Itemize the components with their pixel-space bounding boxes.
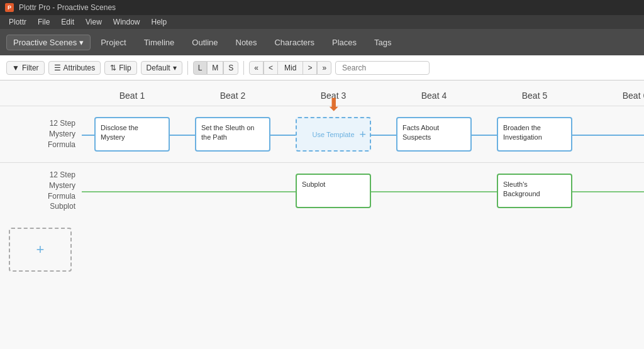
flip-label: Flip	[119, 64, 131, 72]
page-nav-buttons: « < Mid > »	[249, 61, 331, 75]
nav-tags[interactable]: Tags	[367, 35, 399, 50]
size-s-button[interactable]: S	[223, 61, 238, 75]
beats-row-2: Subplot Sleuth's Background	[82, 174, 644, 208]
search-input[interactable]	[335, 61, 430, 75]
top-nav: Proactive Scenes ▾ Project Timeline Outl…	[0, 29, 644, 55]
scene-card-template[interactable]: Use Template +	[296, 117, 371, 152]
nav-notes[interactable]: Notes	[228, 35, 265, 50]
beat-cell-1-2: Set the Sleuth on the Path	[182, 117, 283, 152]
nav-timeline[interactable]: Timeline	[136, 35, 182, 50]
main-canvas: Beat 1 Beat 2 Beat 3 Beat 4 Beat 5 Beat …	[0, 80, 644, 349]
attributes-icon: ☰	[54, 64, 61, 72]
beat-cell-1-5: Broaden the Investigation	[484, 117, 585, 152]
beat-cell-1-4: Facts About Suspects	[384, 117, 484, 152]
nav-mid-label: Mid	[278, 61, 303, 75]
menu-view[interactable]: View	[80, 16, 107, 28]
scene-row-2: 12 Step Mystery Formula Subplot Subplot …	[0, 162, 644, 219]
nav-last-button[interactable]: »	[317, 61, 331, 75]
scene-card-broaden[interactable]: Broaden the Investigation	[497, 117, 572, 152]
brand-chevron: ▾	[79, 38, 84, 47]
filter-button[interactable]: ▼ Filter	[6, 61, 45, 75]
title-bar-text: Plottr Pro - Proactive Scenes	[19, 3, 116, 12]
nav-first-button[interactable]: «	[249, 61, 264, 75]
menu-edit[interactable]: Edit	[56, 16, 79, 28]
menu-window[interactable]: Window	[108, 16, 145, 28]
brand-button[interactable]: Proactive Scenes ▾	[6, 35, 91, 50]
plus-icon-template: +	[359, 128, 366, 141]
scene-card-sleuth-background[interactable]: Sleuth's Background	[497, 174, 572, 208]
default-label: Default	[147, 64, 170, 72]
beat-cell-1-3: ⬇ Use Template +	[283, 117, 384, 152]
new-scene-row: +	[0, 219, 644, 280]
toolbar: ▼ Filter ☰ Attributes ⇅ Flip Default ▾ L…	[0, 55, 644, 80]
separator-1	[187, 61, 188, 75]
attributes-label: Attributes	[64, 64, 96, 72]
filter-label: Filter	[22, 64, 39, 72]
beat-header-1: Beat 1	[82, 91, 182, 101]
beats-row-1: Disclose the Mystery Set the Sleuth on t…	[82, 117, 644, 152]
row-label-2: 12 Step Mystery Formula Subplot	[0, 170, 82, 212]
beat-headers: Beat 1 Beat 2 Beat 3 Beat 4 Beat 5 Beat …	[0, 80, 644, 106]
beat-header-4: Beat 4	[384, 91, 484, 101]
menu-bar: Plottr File Edit View Window Help	[0, 15, 644, 29]
scene-card-disclose[interactable]: Disclose the Mystery	[94, 117, 170, 152]
size-l-button[interactable]: L	[193, 61, 208, 75]
nav-prev-button[interactable]: <	[264, 61, 278, 75]
row-label-1: 12 Step Mystery Formula	[0, 118, 82, 150]
add-icon: +	[36, 241, 45, 258]
nav-outline[interactable]: Outline	[184, 35, 225, 50]
menu-plottr[interactable]: Plottr	[4, 16, 31, 28]
drop-arrow: ⬇	[326, 94, 341, 115]
scene-card-subplot[interactable]: Subplot	[296, 174, 371, 208]
menu-file[interactable]: File	[33, 16, 55, 28]
brand-label: Proactive Scenes	[13, 38, 77, 47]
nav-characters[interactable]: Characters	[267, 35, 322, 50]
beat-header-5: Beat 5	[484, 91, 585, 101]
scene-row-1: 12 Step Mystery Formula Disclose the Mys…	[0, 106, 644, 162]
app-icon: P	[5, 3, 14, 12]
default-chevron: ▾	[173, 64, 177, 72]
beat-header-6: Beat 6	[585, 91, 644, 101]
beat-cell-2-5: Sleuth's Background	[484, 174, 585, 208]
scene-card-facts[interactable]: Facts About Suspects	[396, 117, 472, 152]
add-scene-button[interactable]: +	[9, 228, 72, 272]
separator-2	[243, 61, 244, 75]
nav-project[interactable]: Project	[93, 35, 133, 50]
menu-help[interactable]: Help	[147, 16, 172, 28]
nav-places[interactable]: Places	[325, 35, 364, 50]
scene-card-sleuth[interactable]: Set the Sleuth on the Path	[195, 117, 270, 152]
flip-button[interactable]: ⇅ Flip	[104, 61, 136, 75]
nav-next-button[interactable]: >	[303, 61, 317, 75]
attributes-button[interactable]: ☰ Attributes	[48, 61, 101, 75]
beat-header-2: Beat 2	[182, 91, 283, 101]
flip-icon: ⇅	[110, 64, 116, 72]
size-m-button[interactable]: M	[207, 61, 223, 75]
size-buttons: L M S	[193, 61, 239, 75]
filter-icon: ▼	[12, 64, 19, 72]
title-bar: P Plottr Pro - Proactive Scenes	[0, 0, 644, 15]
beat-cell-1-1: Disclose the Mystery	[82, 117, 182, 152]
default-button[interactable]: Default ▾	[141, 61, 182, 75]
beat-cell-2-3: Subplot	[283, 174, 384, 208]
